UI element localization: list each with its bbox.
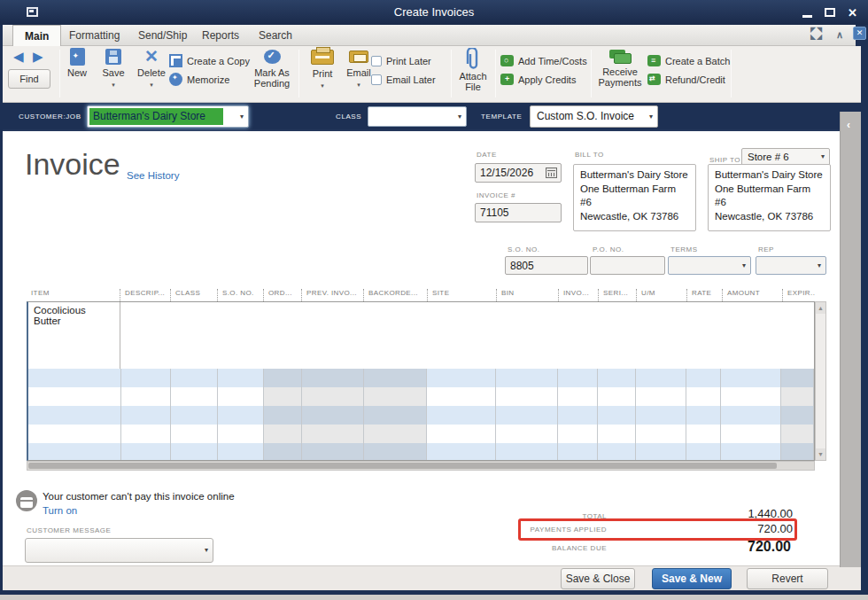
table-cell[interactable]	[721, 387, 781, 406]
table-cell[interactable]	[121, 443, 172, 461]
table-cell[interactable]	[302, 443, 364, 461]
table-cell[interactable]	[721, 369, 781, 387]
table-cell[interactable]	[364, 406, 428, 425]
table-cell[interactable]	[686, 406, 722, 425]
table-cell[interactable]	[264, 425, 302, 443]
calendar-icon[interactable]	[546, 168, 557, 178]
save-new-button[interactable]: Save & New	[652, 568, 732, 589]
table-cell[interactable]	[496, 406, 558, 425]
table-cell[interactable]	[264, 443, 302, 461]
create-a-batch-button[interactable]: Create a Batch	[647, 51, 730, 70]
chevron-left-icon[interactable]	[847, 119, 850, 131]
receive-payments-button[interactable]: Receive Payments	[593, 48, 647, 88]
see-history-link[interactable]: See History	[127, 170, 179, 181]
table-cell[interactable]	[28, 369, 121, 387]
rep-dropdown[interactable]	[756, 256, 826, 275]
memorize-button[interactable]: Memorize	[169, 70, 250, 89]
add-time-costs-button[interactable]: Add Time/Costs	[500, 51, 587, 70]
table-cell[interactable]	[28, 387, 121, 406]
table-cell[interactable]	[598, 425, 636, 443]
table-cell[interactable]	[781, 443, 814, 461]
table-cell[interactable]	[558, 387, 598, 406]
scroll-up-icon[interactable]	[816, 302, 825, 314]
table-cell[interactable]	[636, 425, 686, 443]
col-um[interactable]: U/M	[636, 289, 686, 301]
table-cell[interactable]	[302, 406, 364, 425]
refund-credit-button[interactable]: Refund/Credit	[647, 70, 730, 89]
table-cell[interactable]	[598, 387, 636, 406]
so-no-input[interactable]	[505, 256, 588, 275]
table-cell[interactable]	[598, 369, 636, 387]
table-cell[interactable]	[364, 369, 428, 387]
table-cell[interactable]	[121, 369, 172, 387]
table-cell[interactable]	[496, 443, 558, 461]
delete-dropdown-caret-icon[interactable]	[150, 82, 153, 88]
table-cell[interactable]	[427, 369, 496, 387]
table-cell[interactable]	[28, 443, 121, 461]
chevron-down-icon[interactable]	[742, 261, 746, 269]
table-cell[interactable]	[781, 387, 814, 406]
expand-window-icon[interactable]	[810, 28, 824, 42]
table-cell[interactable]	[171, 406, 218, 425]
table-cell[interactable]	[558, 406, 598, 425]
table-cell[interactable]	[427, 425, 496, 443]
chevron-down-icon[interactable]	[818, 261, 821, 269]
table-cell[interactable]	[636, 369, 686, 387]
delete-button[interactable]: Delete	[132, 48, 171, 89]
mark-as-pending-button[interactable]: Mark As Pending	[247, 48, 297, 89]
col-item[interactable]: ITEM	[27, 289, 120, 301]
table-cell[interactable]	[121, 406, 172, 425]
col-amount[interactable]: AMOUNT	[722, 289, 782, 301]
table-cell[interactable]	[264, 369, 302, 387]
table-cell[interactable]	[686, 443, 722, 461]
back-arrow-icon[interactable]	[13, 49, 24, 65]
table-cell[interactable]	[686, 425, 722, 443]
table-cell[interactable]	[598, 406, 636, 425]
col-rate[interactable]: RATE	[686, 289, 722, 301]
table-cell[interactable]	[686, 387, 722, 406]
col-expiration[interactable]: EXPIR...	[782, 289, 815, 301]
col-invoiced[interactable]: INVO...	[558, 289, 598, 301]
table-cell[interactable]	[218, 406, 264, 425]
invoice-no-input[interactable]	[475, 203, 562, 222]
save-button[interactable]: Save	[95, 48, 132, 89]
col-backordered[interactable]: BACKORDE...	[363, 289, 427, 301]
chevron-down-icon[interactable]	[821, 152, 825, 160]
table-cell[interactable]	[636, 387, 686, 406]
chevron-down-icon[interactable]	[205, 546, 208, 554]
close-button-icon[interactable]	[848, 7, 857, 19]
attach-file-button[interactable]: Attach File	[453, 48, 493, 92]
minimize-button-icon[interactable]	[802, 15, 812, 18]
collapsed-history-panel[interactable]	[840, 112, 861, 567]
print-button[interactable]: Print	[304, 48, 341, 90]
save-close-button[interactable]: Save & Close	[561, 568, 635, 589]
tab-send-ship[interactable]: Send/Ship	[127, 25, 198, 46]
tab-search[interactable]: Search	[247, 25, 304, 46]
item-cell[interactable]: Cocolicious Butter	[28, 302, 120, 369]
table-cell[interactable]	[171, 387, 218, 406]
print-later-checkbox[interactable]	[371, 56, 382, 66]
table-horizontal-scrollbar[interactable]	[27, 461, 815, 471]
table-cell[interactable]	[264, 387, 302, 406]
table-cell[interactable]	[721, 425, 781, 443]
forward-arrow-icon[interactable]	[33, 49, 43, 65]
chevron-down-icon[interactable]	[458, 113, 461, 121]
panel-close-icon[interactable]	[853, 27, 866, 40]
table-cell[interactable]	[427, 387, 496, 406]
table-vertical-scrollbar[interactable]	[815, 301, 826, 461]
scroll-down-icon[interactable]	[816, 448, 825, 460]
scrollbar-thumb[interactable]	[28, 463, 777, 469]
find-button[interactable]: Find	[8, 69, 50, 89]
customer-job-dropdown[interactable]: Butterman's Dairy Store	[87, 105, 249, 128]
bill-to-box[interactable]: Butterman's Dairy Store One Butterman Fa…	[573, 164, 696, 231]
table-cell[interactable]	[121, 387, 172, 406]
template-dropdown[interactable]: Custom S.O. Invoice	[530, 105, 658, 128]
save-dropdown-caret-icon[interactable]	[112, 82, 115, 88]
collapse-ribbon-icon[interactable]	[836, 29, 843, 41]
table-cell[interactable]	[364, 425, 428, 443]
apply-credits-button[interactable]: Apply Credits	[500, 70, 587, 89]
ship-to-box[interactable]: Butterman's Dairy Store One Butterman Fa…	[708, 164, 831, 231]
table-cell[interactable]	[558, 369, 598, 387]
table-cell[interactable]	[598, 443, 636, 461]
table-cell[interactable]	[636, 406, 686, 425]
